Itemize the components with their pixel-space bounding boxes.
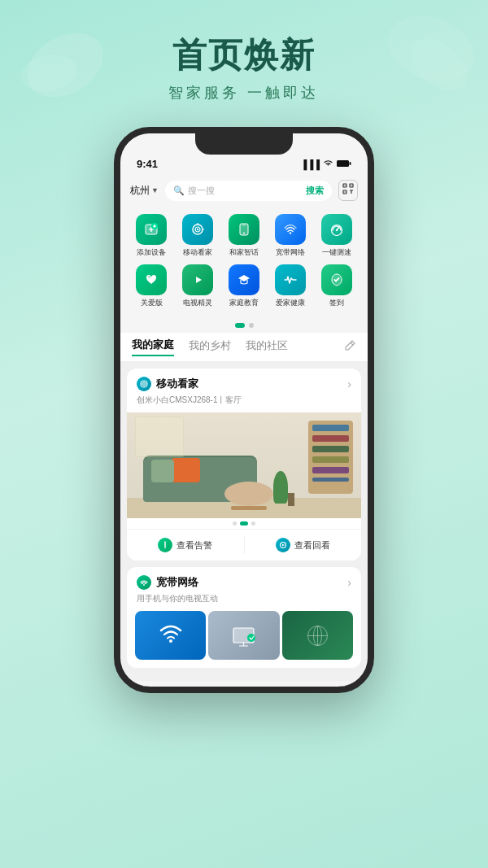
edit-icon[interactable] [343, 339, 356, 355]
card-image-dots [127, 518, 361, 529]
svg-rect-11 [345, 192, 346, 193]
action-replay[interactable]: 查看回看 [245, 530, 362, 560]
card-dot-active [240, 521, 248, 526]
card-subtitle: 创米小白CMSXJ268-1丨客厅 [127, 395, 361, 412]
status-time: 9:41 [137, 158, 158, 170]
svg-point-22 [197, 229, 198, 230]
dot-active [235, 323, 245, 328]
battery-icon [337, 159, 351, 169]
service-icons-grid: 添加设备 移动看家 [120, 207, 368, 321]
broadband-icon [137, 575, 151, 590]
card-title-row: 移动看家 [137, 377, 198, 391]
alert-icon [158, 538, 172, 552]
icons-row-1: 添加设备 移动看家 [129, 214, 359, 258]
svg-point-25 [243, 233, 245, 234]
icon-tv-genie[interactable]: 电视精灵 [176, 264, 219, 308]
icon-label: 爱家健康 [276, 298, 305, 308]
action-alert[interactable]: 查看告警 [127, 530, 244, 560]
card-header: 宽带网络 › [127, 567, 361, 593]
card-title-row: 宽带网络 [137, 575, 198, 590]
card-image-2 [208, 611, 279, 660]
svg-point-38 [143, 584, 145, 586]
svg-point-34 [143, 383, 145, 385]
scan-icon[interactable] [338, 180, 358, 201]
svg-rect-9 [345, 185, 346, 186]
dropdown-arrow-icon: ▼ [151, 186, 159, 194]
icon-label: 移动看家 [183, 247, 212, 258]
svg-rect-5 [350, 162, 351, 165]
card-images [127, 611, 361, 668]
location-text: 杭州 [130, 184, 150, 198]
svg-point-43 [247, 634, 255, 642]
action-label: 查看告警 [176, 539, 212, 552]
icon-speed-test[interactable]: 一键测速 [316, 214, 358, 258]
decorative-leaf-right [374, 8, 480, 106]
card-mobile-home: 移动看家 › 创米小白CMSXJ268-1丨客厅 [127, 369, 361, 560]
location-selector[interactable]: 杭州 ▼ [130, 184, 159, 198]
dot [249, 323, 254, 328]
tab-my-community[interactable]: 我的社区 [246, 338, 288, 355]
svg-rect-26 [242, 225, 246, 226]
card-header: 移动看家 › [127, 369, 361, 395]
card-icon [137, 377, 151, 391]
action-label: 查看回看 [294, 539, 330, 552]
icon-label: 宽带网络 [276, 247, 305, 258]
phone-mockup: 9:41 ▐▐▐ [0, 127, 488, 693]
card-dot [251, 521, 255, 526]
card-dot [233, 521, 237, 526]
replay-icon [276, 538, 290, 552]
tabs-row: 我的家庭 我的乡村 我的社区 [120, 333, 368, 362]
page-indicator [120, 321, 368, 333]
card-camera-image [127, 412, 361, 518]
icon-label: 一键测速 [322, 247, 351, 258]
tab-my-village[interactable]: 我的乡村 [189, 338, 231, 355]
svg-point-39 [169, 639, 172, 643]
icon-label: 和家智话 [229, 247, 259, 258]
icon-label: 电视精灵 [183, 298, 212, 308]
search-button[interactable]: 搜索 [306, 185, 324, 197]
card-image-1 [135, 611, 206, 660]
svg-rect-10 [351, 185, 352, 186]
icons-row-2: 关爱版 电视精灵 [129, 264, 359, 308]
icon-label: 关爱版 [141, 298, 163, 308]
status-icons: ▐▐▐ [301, 159, 351, 169]
icon-add-device[interactable]: 添加设备 [130, 214, 172, 258]
icon-care-version[interactable]: 关爱版 [130, 264, 172, 308]
search-icon: 🔍 [173, 185, 185, 196]
top-bar: 杭州 ▼ 🔍 搜一搜 搜索 [120, 177, 368, 207]
search-bar[interactable]: 🔍 搜一搜 搜索 [165, 181, 332, 201]
svg-line-31 [351, 342, 353, 345]
card-actions: 查看告警 查看回看 [127, 529, 361, 560]
tab-my-home[interactable]: 我的家庭 [132, 338, 174, 356]
phone-notch [195, 133, 293, 155]
svg-point-27 [290, 232, 291, 233]
icon-broadband[interactable]: 宽带网络 [269, 214, 312, 258]
card-subtitle: 用手机与你的电视互动 [127, 593, 361, 611]
card-title: 宽带网络 [156, 575, 198, 590]
icon-label: 家庭教育 [229, 298, 259, 308]
signal-icon: ▐▐▐ [301, 159, 320, 169]
icon-smart-talk[interactable]: 和家智话 [223, 214, 265, 258]
wifi-icon [323, 159, 333, 169]
icon-mobile-home[interactable]: 移动看家 [176, 214, 219, 258]
icon-label: 添加设备 [137, 247, 166, 258]
card-title: 移动看家 [156, 377, 198, 391]
card-arrow-icon[interactable]: › [347, 377, 351, 390]
icon-label: 签到 [329, 298, 344, 308]
icon-checkin[interactable]: 签到 [316, 264, 358, 308]
card-image-3 [282, 611, 353, 660]
icon-family-education[interactable]: 家庭教育 [223, 264, 265, 308]
decorative-leaf-left [16, 24, 114, 106]
card-arrow-icon[interactable]: › [347, 576, 351, 589]
search-input[interactable]: 搜一搜 [188, 185, 303, 197]
svg-point-30 [335, 229, 337, 231]
svg-point-35 [164, 547, 166, 549]
card-broadband: 宽带网络 › 用手机与你的电视互动 [127, 567, 361, 668]
svg-rect-4 [337, 160, 349, 167]
cards-area: 移动看家 › 创米小白CMSXJ268-1丨客厅 [120, 362, 368, 681]
svg-marker-37 [282, 544, 285, 547]
icon-health[interactable]: 爱家健康 [269, 264, 312, 308]
